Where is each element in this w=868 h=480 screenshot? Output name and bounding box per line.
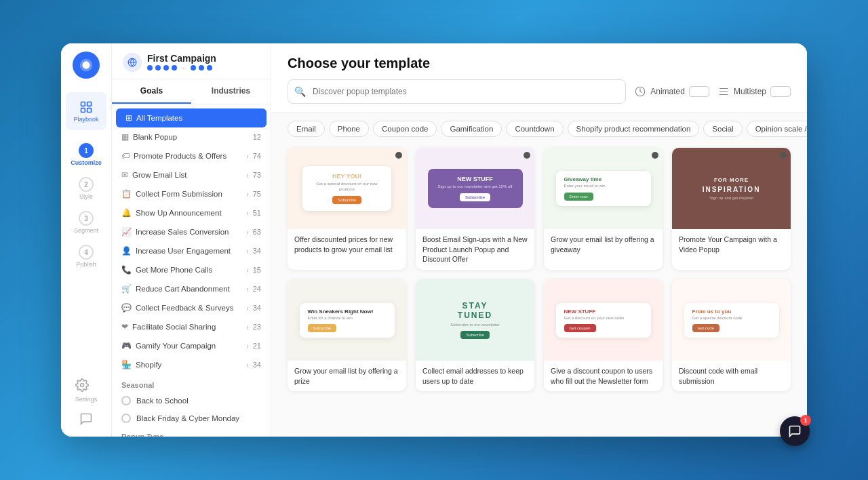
- app-logo: [73, 52, 100, 79]
- template-card-5[interactable]: Win Sneakers Right Now! Enter for a chan…: [288, 279, 406, 391]
- sidebar-item-promote[interactable]: 🏷 Promote Products & Offers › 74: [112, 146, 271, 165]
- template-card-4[interactable]: FOR MORE INSPIRATION Sign up and get ins…: [672, 148, 791, 270]
- template-caption-4: Promote Your Campaign with a Video Popup: [679, 235, 784, 254]
- pill-phone[interactable]: Phone: [329, 121, 369, 137]
- template-card-2[interactable]: NEW STUFF Sign up to our newsletter and …: [416, 148, 534, 270]
- popup-type-label: Popup Type: [121, 433, 261, 437]
- step-4-label: Publish: [76, 261, 96, 268]
- chat-button[interactable]: 1: [780, 416, 810, 446]
- animated-toggle[interactable]: Animated: [634, 85, 709, 98]
- step-1-circle: 1: [79, 143, 94, 158]
- svg-rect-4: [87, 108, 92, 112]
- sidebar-item-collect-feedback[interactable]: 💬 Collect Feedback & Surveys › 34: [112, 298, 271, 317]
- step-style[interactable]: 2 Style: [66, 172, 106, 205]
- pill-countdown[interactable]: Countdown: [506, 121, 563, 137]
- seasonal-section-label: Seasonal: [112, 374, 271, 392]
- template-info-2: Boost Email Sign-ups with a New Product …: [416, 229, 534, 270]
- template-info-6: Collect email addresses to keep users up…: [416, 361, 534, 391]
- search-filter-row: 🔍 Animated Multistep: [288, 79, 791, 104]
- radio-school: [121, 396, 131, 405]
- all-templates-icon: ⊞: [125, 113, 132, 123]
- svg-rect-1: [81, 102, 85, 106]
- search-icon: 🔍: [294, 86, 306, 97]
- campaign-meta: ···: [147, 65, 216, 72]
- step-customize[interactable]: 1 Customize: [66, 138, 106, 171]
- sidebar-item-social[interactable]: ❤ Facilitate Social Sharing › 23: [112, 317, 271, 336]
- sidebar: First Campaign ··· Goals Industries: [112, 43, 271, 437]
- campaign-title: First Campaign: [147, 53, 216, 64]
- sidebar-item-shopify[interactable]: 🏪 Shopify › 34: [112, 355, 271, 374]
- step-2-label: Style: [79, 193, 93, 200]
- pill-opinion[interactable]: Opinion scale / NPS: [747, 121, 807, 137]
- step-1-label: Customize: [71, 159, 102, 166]
- template-info-5: Grow your email list by offering a prize: [288, 361, 406, 391]
- pill-shopify[interactable]: Shopify product recommendation: [568, 121, 700, 137]
- sidebar-content: ⊞ All Templates ▦ Blank Popup 12 🏷 Promo…: [112, 104, 271, 437]
- sidebar-item-collect-form[interactable]: 📋 Collect Form Submission › 75: [112, 184, 271, 203]
- template-caption-3: Grow your email list by offering a givea…: [551, 235, 656, 254]
- template-caption-1: Offer discounted prices for new products…: [294, 235, 399, 254]
- nav-playbook-label: Playbook: [73, 116, 98, 123]
- pill-social[interactable]: Social: [703, 121, 742, 137]
- sidebar-item-gamify[interactable]: 🎮 Gamify Your Campaign › 21: [112, 336, 271, 355]
- popup-type-section: Popup Type: [112, 427, 271, 437]
- sidebar-seasonal-blackfriday[interactable]: Black Friday & Cyber Monday: [112, 409, 271, 427]
- multistep-toggle[interactable]: Multistep: [717, 85, 791, 98]
- sidebar-item-show-up[interactable]: 🔔 Show Up Announcement › 51: [112, 203, 271, 222]
- tab-goals[interactable]: Goals: [112, 79, 191, 104]
- radio-blackfriday: [121, 414, 131, 423]
- sidebar-item-increase-user[interactable]: 👤 Increase User Engagement › 34: [112, 241, 271, 260]
- template-card-8[interactable]: From us to you Get a special discount co…: [672, 279, 791, 391]
- svg-rect-3: [81, 108, 85, 112]
- template-preview-3: Giveaway time Enter your email to win En…: [544, 148, 663, 229]
- svg-point-5: [80, 384, 83, 387]
- blank-popup-icon: ▦: [121, 132, 129, 142]
- template-preview-7: NEW STUFF Get a discount on your next or…: [544, 279, 663, 361]
- step-publish[interactable]: 4 Publish: [66, 240, 106, 273]
- sidebar-seasonal-school[interactable]: Back to School: [112, 392, 271, 409]
- multistep-label: Multistep: [734, 87, 766, 96]
- template-preview-6: STAY TUNED Subscribe to our newsletter S…: [416, 279, 534, 361]
- step-2-circle: 2: [79, 177, 94, 192]
- search-input[interactable]: [288, 79, 626, 104]
- pill-gamification[interactable]: Gamification: [441, 121, 502, 137]
- step-segment[interactable]: 3 Segment: [66, 206, 106, 239]
- animated-checkbox[interactable]: [689, 86, 709, 97]
- template-card-1[interactable]: HEY YOU! Get a special discount on our n…: [288, 148, 406, 270]
- nav-playbook[interactable]: Playbook: [66, 92, 106, 130]
- settings-icon[interactable]: Settings: [75, 378, 98, 403]
- search-wrapper: 🔍: [288, 79, 626, 104]
- step-4-circle: 4: [79, 245, 94, 260]
- template-info-7: Give a discount coupon to users who fill…: [544, 361, 663, 391]
- template-caption-7: Give a discount coupon to users who fill…: [551, 366, 656, 386]
- template-preview-1: HEY YOU! Get a special discount on our n…: [288, 148, 406, 229]
- sidebar-item-all-templates[interactable]: ⊞ All Templates: [116, 108, 267, 127]
- settings-area: Settings: [75, 378, 98, 437]
- template-card-6[interactable]: STAY TUNED Subscribe to our newsletter S…: [416, 279, 534, 391]
- pill-coupon[interactable]: Coupon code: [373, 121, 437, 137]
- template-info-1: Offer discounted prices for new products…: [288, 229, 406, 260]
- nav-steps: 1 Customize 2 Style 3 Segment 4 Publish: [61, 138, 111, 273]
- pill-email[interactable]: Email: [288, 121, 325, 137]
- sidebar-item-increase-sales[interactable]: 📈 Increase Sales Conversion › 63: [112, 222, 271, 241]
- sidebar-item-blank-popup[interactable]: ▦ Blank Popup 12: [112, 127, 271, 146]
- sidebar-item-grow-email[interactable]: ✉ Grow Email List › 73: [112, 165, 271, 184]
- sidebar-item-phone-calls[interactable]: 📞 Get More Phone Calls › 15: [112, 260, 271, 279]
- main-content: Choose your template 🔍 Animated Multiste…: [271, 43, 807, 437]
- main-header: Choose your template 🔍 Animated Multiste…: [271, 43, 807, 113]
- template-preview-4: FOR MORE INSPIRATION Sign up and get ins…: [672, 148, 791, 229]
- multistep-checkbox[interactable]: [770, 86, 791, 97]
- tabs: Goals Industries: [112, 79, 271, 104]
- template-preview-8: From us to you Get a special discount co…: [672, 279, 791, 361]
- template-card-7[interactable]: NEW STUFF Get a discount on your next or…: [544, 279, 663, 391]
- all-templates-label: All Templates: [136, 114, 257, 122]
- templates-grid: HEY YOU! Get a special discount on our n…: [271, 138, 807, 437]
- template-caption-5: Grow your email list by offering a prize: [294, 366, 399, 386]
- template-card-3[interactable]: Giveaway time Enter your email to win En…: [544, 148, 663, 270]
- template-caption-6: Collect email addresses to keep users up…: [422, 366, 528, 386]
- icon-bar: Playbook 1 Customize 2 Style 3 Segment 4…: [61, 43, 112, 437]
- support-icon[interactable]: [79, 412, 93, 428]
- tab-industries[interactable]: Industries: [191, 79, 271, 104]
- sidebar-item-reduce-cart[interactable]: 🛒 Reduce Cart Abandonment › 24: [112, 279, 271, 298]
- template-info-3: Grow your email list by offering a givea…: [544, 229, 663, 260]
